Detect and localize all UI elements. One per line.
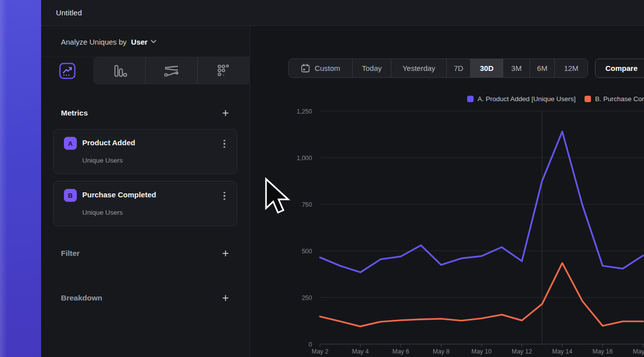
- range-today[interactable]: Today: [353, 59, 391, 77]
- desktop-background: [0, 0, 41, 357]
- svg-text:May 8: May 8: [432, 348, 449, 355]
- uniques-by-dropdown[interactable]: User: [131, 38, 157, 46]
- top-bar: Untitled: [41, 0, 644, 26]
- range-30d[interactable]: 30D: [471, 59, 503, 77]
- flows-icon: [162, 62, 180, 79]
- svg-text:0: 0: [309, 341, 312, 348]
- svg-text:1,250: 1,250: [297, 108, 312, 115]
- metric-subtitle[interactable]: Unique Users: [82, 209, 123, 216]
- date-range-segmented-control: Custom Today Yesterday 7D 30D 3M 6M 12M: [288, 59, 588, 78]
- metric-badge-b: B: [64, 189, 77, 202]
- tab-funnels-bar-chart[interactable]: [93, 57, 145, 84]
- metric-badge-a: A: [64, 137, 77, 150]
- legend-label-a: A. Product Added [Unique Users]: [478, 95, 576, 103]
- filter-section-header: Filter +: [61, 246, 229, 261]
- svg-text:May 14: May 14: [552, 348, 573, 355]
- chevron-down-icon: [151, 40, 157, 44]
- metric-card-purchase-completed[interactable]: B Purchase Completed Unique Users: [53, 181, 237, 226]
- range-yesterday[interactable]: Yesterday: [391, 59, 447, 77]
- bar-chart-icon: [111, 62, 128, 79]
- add-breakdown-button[interactable]: +: [222, 293, 229, 304]
- range-custom[interactable]: Custom: [289, 59, 353, 77]
- svg-text:250: 250: [302, 295, 312, 301]
- svg-text:750: 750: [302, 201, 312, 208]
- metric-name: Product Added: [82, 138, 135, 147]
- legend-item-b[interactable]: B. Purchase Completed [Unique Users]: [585, 95, 644, 103]
- svg-text:May 16: May 16: [592, 348, 613, 355]
- svg-text:May 2: May 2: [312, 348, 328, 355]
- report-title[interactable]: Untitled: [56, 8, 82, 17]
- legend-label-b: B. Purchase Completed [Unique Users]: [595, 95, 644, 103]
- breakdown-heading: Breakdown: [61, 294, 103, 302]
- filter-heading: Filter: [61, 249, 80, 258]
- svg-text:1,000: 1,000: [297, 155, 312, 162]
- legend-item-a[interactable]: A. Product Added [Unique Users]: [467, 95, 576, 103]
- metrics-section-header: Metrics +: [61, 106, 229, 120]
- app-window: Untitled Analyze Uniques by User: [41, 0, 644, 357]
- compare-button[interactable]: Compare: [595, 59, 644, 78]
- kebab-menu-icon[interactable]: [220, 138, 229, 149]
- range-12m[interactable]: 12M: [555, 59, 588, 77]
- calendar-icon: [301, 63, 310, 73]
- range-6m[interactable]: 6M: [530, 59, 555, 77]
- metrics-heading: Metrics: [61, 109, 88, 118]
- kebab-menu-icon[interactable]: [220, 190, 229, 201]
- analyze-label: Analyze Uniques by: [61, 38, 127, 46]
- svg-text:May 18: May 18: [633, 348, 644, 355]
- add-filter-button[interactable]: +: [222, 248, 229, 259]
- legend-swatch-a: [467, 96, 474, 102]
- svg-text:500: 500: [302, 248, 312, 255]
- query-sidebar: Analyze Uniques by User: [41, 26, 250, 357]
- range-label: Custom: [315, 64, 340, 72]
- add-metric-button[interactable]: +: [222, 108, 229, 119]
- dots-grid-icon: [215, 62, 232, 79]
- analyze-header: Analyze Uniques by User: [61, 35, 157, 49]
- tab-insights-line-chart[interactable]: [41, 57, 93, 84]
- svg-text:May 12: May 12: [512, 348, 532, 355]
- breakdown-section-header: Breakdown +: [61, 291, 229, 305]
- tab-flows[interactable]: [145, 57, 197, 84]
- legend-swatch-b: [585, 96, 591, 102]
- line-chart-icon: [59, 62, 76, 79]
- range-3m[interactable]: 3M: [503, 59, 530, 77]
- chart-legend: A. Product Added [Unique Users] B. Purch…: [467, 95, 644, 103]
- metric-subtitle[interactable]: Unique Users: [82, 157, 123, 164]
- svg-text:May 6: May 6: [392, 348, 409, 355]
- svg-text:May 10: May 10: [472, 348, 492, 355]
- svg-text:May 4: May 4: [352, 348, 369, 355]
- tab-retention[interactable]: [197, 57, 249, 84]
- metric-name: Purchase Completed: [82, 190, 156, 199]
- metric-card-product-added[interactable]: A Product Added Unique Users: [53, 129, 237, 174]
- uniques-by-value: User: [131, 38, 148, 46]
- chart-panel: Custom Today Yesterday 7D 30D 3M 6M 12M …: [251, 26, 644, 357]
- range-7d[interactable]: 7D: [447, 59, 471, 77]
